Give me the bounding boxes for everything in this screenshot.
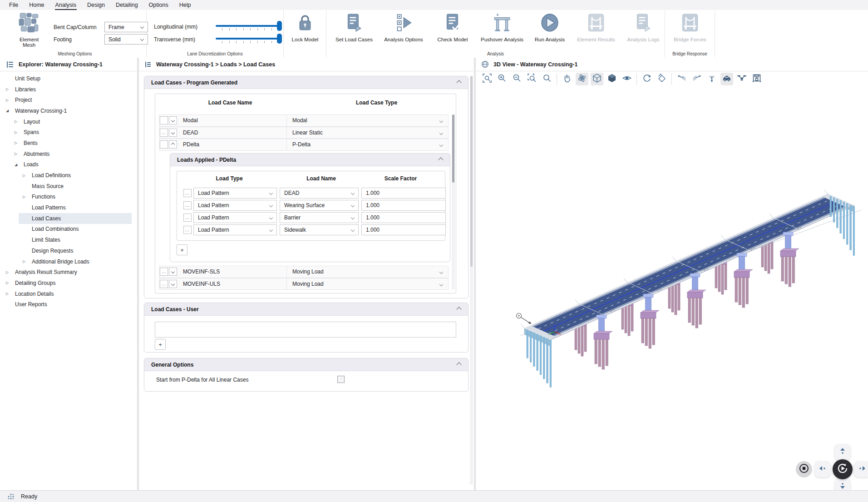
load-name-select[interactable]: Sidewalk bbox=[280, 224, 359, 235]
load-row-sidewalk[interactable]: ... Load Pattern Sidewalk 1.000 bbox=[183, 224, 445, 236]
load-case-type-select[interactable]: Linear Static bbox=[286, 127, 448, 139]
zoom-extents-button[interactable] bbox=[481, 73, 493, 85]
tree-item-location-details[interactable]: ▷Location Details bbox=[0, 288, 137, 299]
scale-factor-input[interactable]: 1.000 bbox=[361, 200, 446, 211]
table-row-modal[interactable]: Modal Modal bbox=[159, 114, 449, 127]
menu-file[interactable]: File bbox=[5, 1, 23, 9]
tree-item-load-patterns[interactable]: Load Patterns bbox=[0, 202, 137, 213]
user-load-cases-header[interactable]: Load Cases - User bbox=[144, 303, 468, 316]
section-view-button[interactable] bbox=[750, 73, 763, 85]
view-along-y-button[interactable] bbox=[690, 73, 703, 85]
add-user-load-case-button[interactable]: + bbox=[155, 339, 166, 350]
row-more-button[interactable] bbox=[160, 116, 168, 124]
row-collapse-button[interactable] bbox=[169, 140, 177, 149]
collapsed-arrow-icon[interactable]: ▷ bbox=[15, 130, 17, 134]
load-case-type-select[interactable]: P-Delta bbox=[286, 139, 448, 150]
row-expand-button[interactable] bbox=[169, 129, 177, 137]
nav-down-button[interactable] bbox=[834, 478, 851, 491]
program-generated-header[interactable]: Load Cases - Program Generated bbox=[144, 76, 468, 89]
load-type-select[interactable]: Load Pattern bbox=[193, 224, 277, 235]
tree-item-analysis-result-summary[interactable]: ▷Analysis Result Summary bbox=[0, 267, 137, 278]
view-options-button[interactable] bbox=[621, 73, 633, 85]
tree-item-limit-states[interactable]: Limit States bbox=[0, 234, 137, 245]
load-row-dead[interactable]: ... Load Pattern DEAD 1.000 bbox=[183, 187, 445, 199]
table-scrollbar[interactable] bbox=[452, 114, 455, 289]
load-type-select[interactable]: Load Pattern bbox=[193, 212, 277, 223]
zoom-window-button[interactable] bbox=[526, 73, 538, 85]
tree-item-libraries[interactable]: ▷Libraries bbox=[0, 84, 137, 95]
menu-analysis[interactable]: Analysis bbox=[51, 1, 81, 9]
tree-item-load-cases[interactable]: Load Cases bbox=[0, 213, 137, 224]
collapsed-arrow-icon[interactable]: ▷ bbox=[6, 270, 9, 274]
tree-item-additional-bridge-loads[interactable]: ▷Additional Bridge Loads bbox=[0, 256, 137, 267]
user-load-cases-listbox[interactable] bbox=[155, 322, 456, 338]
pdelta-option-checkbox[interactable] bbox=[337, 376, 345, 383]
zoom-out-button[interactable] bbox=[511, 73, 523, 85]
analysis-logs-button[interactable]: Analysis Logs bbox=[620, 13, 667, 42]
element-results-button[interactable]: Element Results bbox=[572, 13, 620, 42]
menu-options[interactable]: Options bbox=[144, 1, 173, 9]
play-walkthrough-button[interactable] bbox=[833, 459, 853, 479]
load-row-wearing-surface[interactable]: ... Load Pattern Wearing Surface 1.000 bbox=[183, 199, 445, 211]
tree-item-bents[interactable]: ▷Bents bbox=[0, 138, 137, 149]
tree-item-abutments[interactable]: ▷Abutments bbox=[0, 149, 137, 159]
tree-item-waterway-crossing-1[interactable]: ◢Waterway Crossing-1 bbox=[0, 105, 137, 116]
orbit-button[interactable] bbox=[576, 73, 588, 85]
pushover-analysis-button[interactable]: Pushover Analysis bbox=[477, 13, 528, 42]
menu-help[interactable]: Help bbox=[175, 1, 196, 9]
scrollbar-thumb[interactable] bbox=[452, 114, 454, 183]
table-row-dead[interactable]: ... DEAD Linear Static bbox=[159, 127, 449, 139]
tree-item-design-requests[interactable]: Design Requests bbox=[0, 245, 137, 256]
menu-design[interactable]: Design bbox=[83, 1, 109, 9]
collapsed-arrow-icon[interactable]: ▷ bbox=[15, 141, 17, 145]
tree-item-mass-source[interactable]: Mass Source bbox=[0, 181, 137, 192]
scale-factor-input[interactable]: 1.000 bbox=[361, 224, 446, 235]
collapsed-arrow-icon[interactable]: ▷ bbox=[23, 174, 25, 178]
nav-right-button[interactable] bbox=[854, 461, 868, 477]
rotate-view-button[interactable] bbox=[641, 73, 653, 85]
zoom-in-button[interactable] bbox=[496, 73, 508, 85]
longitudinal-slider[interactable] bbox=[216, 21, 282, 32]
record-walkthrough-button[interactable] bbox=[796, 461, 812, 477]
tree-item-spans[interactable]: ▷Spans bbox=[0, 127, 137, 138]
lock-model-button[interactable]: Lock Model bbox=[281, 13, 329, 42]
rotate-plan-button[interactable] bbox=[656, 73, 668, 85]
collapsed-arrow-icon[interactable]: ▷ bbox=[15, 119, 17, 124]
drive-through-button[interactable] bbox=[720, 73, 733, 85]
row-more-button[interactable]: ... bbox=[160, 268, 168, 276]
table-row-moveinf-uls[interactable]: ... MOVEINF-ULS Moving Load bbox=[159, 278, 449, 290]
view-along-x-button[interactable] bbox=[676, 73, 688, 85]
tree-item-load-definitions[interactable]: ▷Load Definitions bbox=[0, 170, 137, 181]
bent-cap-column-select[interactable]: Frame bbox=[104, 22, 148, 32]
collapsed-arrow-icon[interactable]: ▷ bbox=[23, 195, 25, 199]
content-panel-scrollbar[interactable] bbox=[470, 76, 473, 485]
collapsed-arrow-icon[interactable]: ▷ bbox=[6, 292, 9, 296]
tree-item-functions[interactable]: ▷Functions bbox=[0, 192, 137, 203]
load-row-barrier[interactable]: ... Load Pattern Barrier 1.000 bbox=[183, 211, 445, 224]
row-more-button[interactable] bbox=[160, 140, 168, 149]
collapse-chevron-icon[interactable] bbox=[456, 307, 461, 312]
collapsed-arrow-icon[interactable]: ▷ bbox=[6, 87, 9, 91]
load-name-select[interactable]: Barrier bbox=[280, 212, 359, 223]
row-more-button[interactable]: ... bbox=[183, 226, 192, 234]
row-expand-button[interactable] bbox=[169, 116, 177, 124]
collapse-chevron-icon[interactable] bbox=[438, 157, 443, 162]
element-mesh-button[interactable]: Element Mesh bbox=[15, 12, 44, 48]
tree-item-detailing-groups[interactable]: ▷Detailing Groups bbox=[0, 278, 137, 288]
scale-factor-input[interactable]: 1.000 bbox=[361, 188, 446, 199]
tree-item-loads[interactable]: ◢Loads bbox=[0, 159, 137, 170]
expanded-arrow-icon[interactable]: ◢ bbox=[6, 109, 9, 113]
menu-home[interactable]: Home bbox=[25, 1, 49, 9]
scrollbar-thumb[interactable] bbox=[470, 76, 473, 267]
menu-detailing[interactable]: Detailing bbox=[111, 1, 143, 9]
row-more-button[interactable]: ... bbox=[160, 280, 168, 288]
scale-factor-input[interactable]: 1.000 bbox=[361, 212, 446, 223]
tree-item-load-combinations[interactable]: Load Combinations bbox=[0, 224, 137, 235]
collapsed-arrow-icon[interactable]: ▷ bbox=[6, 281, 9, 285]
drone-view-button[interactable] bbox=[735, 73, 748, 85]
tree-item-layout[interactable]: ▷Layout bbox=[0, 116, 137, 127]
zoom-button[interactable] bbox=[541, 73, 553, 85]
tree-item-user-reports[interactable]: User Reports bbox=[0, 299, 137, 310]
row-more-button[interactable]: ... bbox=[183, 214, 192, 222]
collapsed-arrow-icon[interactable]: ▷ bbox=[15, 152, 17, 156]
